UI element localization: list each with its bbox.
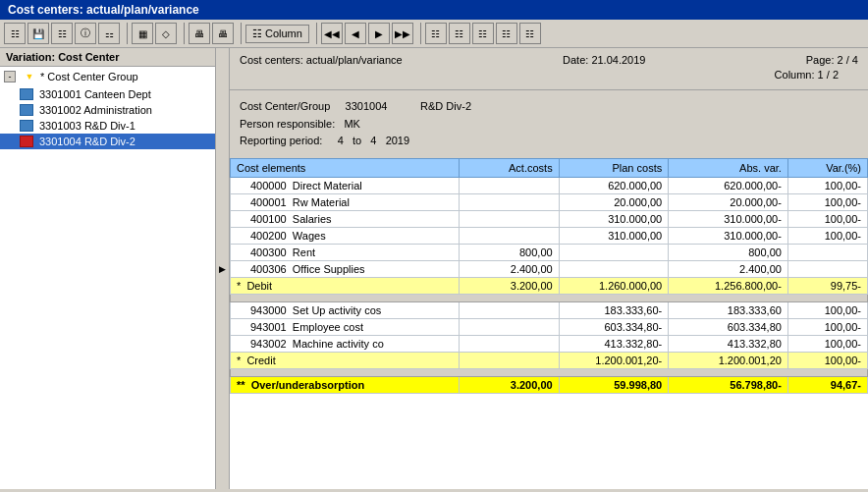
cell-plan: 1.200.001,20- xyxy=(559,352,669,368)
report-header: Cost centers: actual/plan/variance Date:… xyxy=(230,48,868,90)
period-year: 2019 xyxy=(386,135,409,146)
cell-abs: 183.333,60 xyxy=(669,301,788,318)
report-date: Date: 21.04.2019 xyxy=(563,54,645,66)
toolbar-btn-8[interactable]: 🖶 xyxy=(189,23,210,44)
cell-abs: 1.200.001,20 xyxy=(669,352,788,368)
cell-act xyxy=(460,301,559,318)
toolbar-sep-3 xyxy=(238,23,242,44)
cell-plan: 1.260.000,00 xyxy=(559,277,669,294)
cell-abs: 310.000,00- xyxy=(669,210,788,227)
cell-abs: 56.798,80- xyxy=(669,376,788,393)
toolbar-btn-4[interactable]: ⓘ xyxy=(75,23,96,44)
responsible-label: Person responsible: xyxy=(240,118,335,130)
col-header-elements: Cost elements xyxy=(231,158,460,177)
cell-desc: 400100 Salaries xyxy=(231,210,460,227)
cell-abs: 20.000,00- xyxy=(669,193,788,210)
root-folder-icon: ▼ xyxy=(22,69,37,84)
sidebar-item-admin[interactable]: 3301002 Administration xyxy=(0,102,215,118)
column-button[interactable]: ☷ Column xyxy=(245,25,309,43)
sidebar-item-canteen[interactable]: 3301001 Canteen Dept xyxy=(0,86,215,102)
cell-act xyxy=(460,227,559,244)
cell-plan: 413.332,80- xyxy=(559,335,669,352)
toolbar-sep-1 xyxy=(124,23,128,44)
toolbar-btn-1[interactable]: ☷ xyxy=(4,23,26,44)
col-header-act: Act.costs xyxy=(460,158,559,177)
responsible-value: MK xyxy=(344,118,360,130)
expand-icon-root[interactable]: - xyxy=(4,71,16,82)
toolbar: ☷ 💾 ☷ ⓘ ⚏ ▦ ◇ 🖶 🖶 ☷ Column ◀◀ ◀ ▶ ▶▶ ☷ ☷… xyxy=(0,20,868,48)
cell-var xyxy=(787,260,867,277)
cell-desc: 943000 Set Up activity cos xyxy=(231,301,460,318)
sidebar-item-rd1-label: 3301003 R&D Div-1 xyxy=(39,120,136,132)
cell-abs: 2.400,00 xyxy=(669,260,788,277)
cell-act xyxy=(460,352,559,368)
cell-plan: 620.000,00 xyxy=(559,177,669,193)
toolbar-sep-2 xyxy=(181,23,185,44)
table-row-spacer xyxy=(231,294,868,301)
content-panel: Cost centers: actual/plan/variance Date:… xyxy=(230,48,868,489)
toolbar-btn-9[interactable]: 🖶 xyxy=(212,23,234,44)
col-header-plan: Plan costs xyxy=(559,158,669,177)
table-row: 400306 Office Supplies 2.400,00 2.400,00 xyxy=(231,260,868,277)
cell-act: 2.400,00 xyxy=(460,260,559,277)
cell-act: 800,00 xyxy=(460,244,559,260)
nav-last[interactable]: ▶▶ xyxy=(392,23,413,44)
cell-abs: 800,00 xyxy=(669,244,788,260)
sidebar-item-rd2[interactable]: 3301004 R&D Div-2 xyxy=(0,134,215,149)
title-bar: Cost centers: actual/plan/variance xyxy=(0,0,868,20)
table-row: 943002 Machine activity co 413.332,80- 4… xyxy=(231,335,868,352)
nav-first[interactable]: ◀◀ xyxy=(321,23,343,44)
cell-var: 100,00- xyxy=(787,227,867,244)
cell-plan xyxy=(559,244,669,260)
table-row: 943001 Employee cost 603.334,80- 603.334… xyxy=(231,318,868,335)
cell-desc: 400001 Rw Material xyxy=(231,193,460,210)
toolbar-btn-13[interactable]: ☷ xyxy=(496,23,517,44)
cell-var: 100,00- xyxy=(787,193,867,210)
reporting-label: Reporting period: xyxy=(240,135,322,146)
cell-desc: 400306 Office Supplies xyxy=(231,260,460,277)
column-info: Column: 1 / 2 xyxy=(775,69,839,81)
cell-abs: 620.000,00- xyxy=(669,177,788,193)
report-title: Cost centers: actual/plan/variance xyxy=(240,54,403,66)
toolbar-btn-3[interactable]: ☷ xyxy=(51,23,73,44)
nav-next[interactable]: ▶ xyxy=(368,23,390,44)
report-column-label: Column: 1 / 2 xyxy=(775,69,858,81)
toolbar-sep-5 xyxy=(417,23,421,44)
cell-plan: 310.000,00 xyxy=(559,227,669,244)
toolbar-btn-5[interactable]: ⚏ xyxy=(98,23,120,44)
toggle-icon: ▶ xyxy=(219,264,226,274)
cell-var: 100,00- xyxy=(787,335,867,352)
toolbar-btn-11[interactable]: ☷ xyxy=(449,23,470,44)
cell-plan: 20.000,00 xyxy=(559,193,669,210)
cell-plan xyxy=(559,260,669,277)
sidebar-item-root[interactable]: - ▼ * Cost Center Group xyxy=(0,67,215,86)
cell-desc: * Debit xyxy=(231,277,460,294)
cell-var: 100,00- xyxy=(787,210,867,227)
group-value: R&D Div-2 xyxy=(420,100,471,112)
sidebar-item-rd1[interactable]: 3301003 R&D Div-1 xyxy=(0,118,215,134)
nav-prev[interactable]: ◀ xyxy=(345,23,366,44)
table-row: * Debit 3.200,00 1.260.000,00 1.256.800,… xyxy=(231,277,868,294)
toolbar-btn-10[interactable]: ☷ xyxy=(425,23,447,44)
sidebar-toggle[interactable]: ▶ xyxy=(216,48,230,489)
report-meta: Cost Center/Group 3301004 R&D Div-2 Pers… xyxy=(230,90,868,158)
toolbar-btn-7[interactable]: ◇ xyxy=(155,23,177,44)
column-label: Column xyxy=(265,27,302,39)
cell-act xyxy=(460,318,559,335)
toolbar-btn-6[interactable]: ▦ xyxy=(132,23,153,44)
cost-center-label: Cost Center/Group xyxy=(240,100,330,112)
cell-act xyxy=(460,193,559,210)
table-row: ** Over/underabsorption 3.200,00 59.998,… xyxy=(231,376,868,393)
cell-var xyxy=(787,244,867,260)
toolbar-btn-2[interactable]: 💾 xyxy=(27,23,49,44)
toolbar-btn-12[interactable]: ☷ xyxy=(472,23,494,44)
table-row: 400100 Salaries 310.000,00 310.000,00- 1… xyxy=(231,210,868,227)
table-row: 400001 Rw Material 20.000,00 20.000,00- … xyxy=(231,193,868,210)
period-to-label: to xyxy=(353,135,361,146)
cell-desc: 943001 Employee cost xyxy=(231,318,460,335)
cell-var: 100,00- xyxy=(787,301,867,318)
toolbar-btn-14[interactable]: ☷ xyxy=(519,23,541,44)
cell-act: 3.200,00 xyxy=(460,277,559,294)
cell-plan: 310.000,00 xyxy=(559,210,669,227)
sidebar-item-canteen-label: 3301001 Canteen Dept xyxy=(39,88,151,100)
